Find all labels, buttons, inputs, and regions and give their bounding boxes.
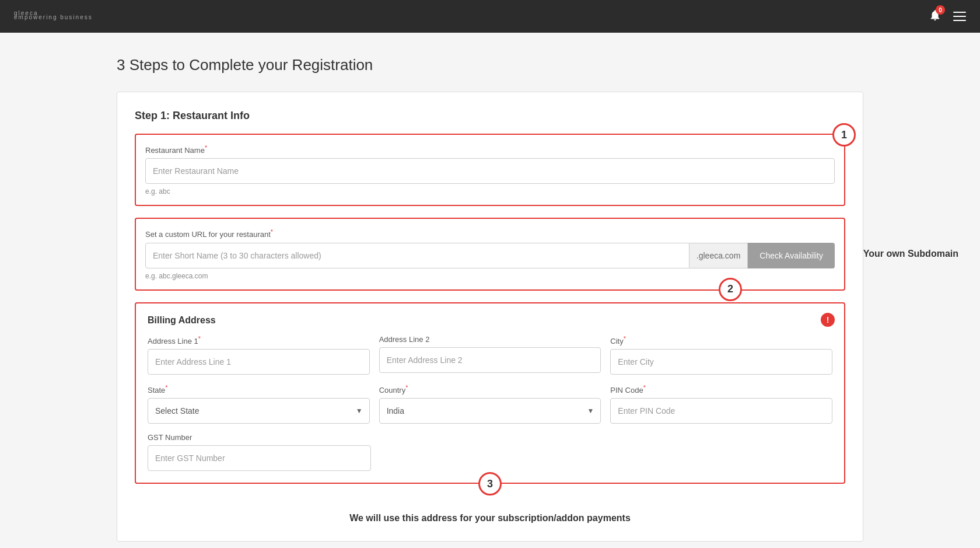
address2-input[interactable] [379,347,601,373]
gst-input[interactable] [148,445,371,471]
step3-circle: 3 [478,472,502,495]
url-field-row: .gleeca.com Check Availability [145,243,835,268]
state-field: State* Select State ▼ [148,384,370,424]
address1-field: Address Line 1* [148,335,370,375]
restaurant-name-section: 1 Restaurant Name* e.g. abc [135,134,845,206]
city-field: City* [610,335,832,375]
header: gleeca empowering business 0 [0,0,980,33]
state-label: State* [148,384,370,395]
step2-circle: 2 [719,278,742,301]
subdomain-input[interactable] [145,243,690,268]
hamburger-line-3 [953,20,966,21]
billing-row-1: Address Line 1* Address Line 2 City* [148,335,832,375]
country-select[interactable]: India USA UK [379,398,601,424]
hamburger-menu[interactable] [953,12,966,21]
subdomain-section: 2 Your own Subdomain Set a custom URL fo… [135,218,845,290]
city-input[interactable] [610,349,832,375]
restaurant-name-input[interactable] [145,158,835,184]
state-select-wrap: Select State ▼ [148,398,370,424]
error-icon: ! [821,313,835,327]
address2-field: Address Line 2 [379,335,601,375]
logo: gleeca empowering business [14,12,93,20]
notification-badge: 0 [936,5,945,15]
country-label: Country* [379,384,601,395]
state-select[interactable]: Select State [148,398,370,424]
restaurant-name-label: Restaurant Name* [145,144,835,155]
subdomain-label: Set a custom URL for your restaurant* [145,228,835,239]
check-availability-button[interactable]: Check Availability [748,243,835,268]
registration-card: Step 1: Restaurant Info 1 Restaurant Nam… [117,92,863,542]
card-inner: 1 Restaurant Name* e.g. abc 2 Your own S… [135,134,845,484]
billing-row-2: State* Select State ▼ Country* [148,384,832,424]
page-title: 3 Steps to Complete your Registration [117,56,863,74]
step1-title: Step 1: Restaurant Info [135,110,845,122]
billing-title: Billing Address [148,315,832,326]
pin-input[interactable] [610,398,832,424]
address1-label: Address Line 1* [148,335,370,345]
address2-label: Address Line 2 [379,335,601,344]
city-label: City* [610,335,832,345]
country-select-wrap: India USA UK ▼ [379,398,601,424]
subdomain-note: Your own Subdomain [863,249,958,259]
country-field: Country* India USA UK ▼ [379,384,601,424]
url-suffix: .gleeca.com [690,243,748,268]
logo-tagline: empowering business [14,14,93,20]
bottom-note: We will use this address for your subscr… [135,513,845,523]
pin-label: PIN Code* [610,384,832,395]
notification-bell[interactable]: 0 [929,9,942,24]
address1-input[interactable] [148,349,370,375]
gst-label: GST Number [148,433,371,442]
gst-field: GST Number [148,433,376,471]
restaurant-name-hint: e.g. abc [145,187,835,196]
pin-field: PIN Code* [610,384,832,424]
step1-circle: 1 [832,123,856,146]
main-content: 3 Steps to Complete your Registration St… [82,33,898,548]
header-right: 0 [929,9,966,24]
hamburger-line-1 [953,12,966,13]
billing-section: ! Billing Address Address Line 1* Addres… [135,302,845,484]
hamburger-line-2 [953,16,966,17]
